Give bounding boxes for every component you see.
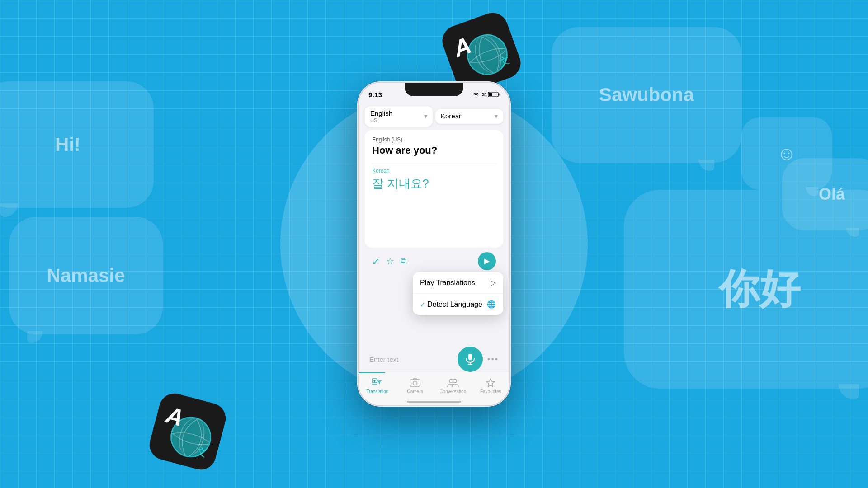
- tab-active-indicator: [359, 372, 385, 373]
- svg-rect-5: [468, 354, 472, 360]
- context-menu-item-detect-language[interactable]: ✓ Detect Language 🌐: [413, 294, 503, 315]
- target-language-info: Korean: [441, 113, 462, 120]
- detect-language-icon: 🌐: [487, 300, 496, 309]
- svg-point-13: [449, 379, 453, 383]
- conversation-tab-icon: [447, 378, 459, 388]
- conversation-tab-label: Conversation: [439, 389, 466, 394]
- bubble-hi-text: Hi!: [55, 134, 80, 155]
- bubble-ola-text: Olá: [819, 185, 845, 204]
- tab-translation[interactable]: Translation: [359, 378, 396, 394]
- translation-tab-label: Translation: [366, 389, 388, 394]
- bubble-sawubona: Sawubona: [552, 27, 741, 163]
- target-language-name: Korean: [441, 113, 462, 120]
- favourites-tab-label: Favourites: [480, 389, 501, 394]
- app-icon-a-letter: A: [450, 31, 475, 62]
- wifi-icon: [472, 92, 480, 97]
- favourites-tab-icon: [485, 378, 496, 388]
- bubble-namasie-text: Namasie: [47, 265, 125, 286]
- svg-point-14: [453, 379, 457, 383]
- camera-tab-icon: [410, 378, 420, 388]
- battery-level: 31: [482, 92, 487, 97]
- input-area: Enter text •••: [359, 347, 509, 372]
- phone-notch: [405, 83, 463, 96]
- source-language-button[interactable]: English US ▾: [365, 106, 433, 127]
- app-icon-inner-top: A 文: [447, 17, 516, 87]
- play-icon: ▶: [484, 257, 490, 265]
- bubble-namasie: Namasie: [9, 217, 163, 334]
- svg-point-12: [413, 381, 417, 385]
- target-translation-text: 잘 지내요?: [372, 176, 496, 192]
- favorite-icon[interactable]: ☆: [386, 256, 394, 267]
- app-icon-inner-bottom: A 文: [155, 399, 221, 465]
- source-language-label: English (US): [372, 136, 496, 143]
- svg-rect-4: [489, 93, 492, 96]
- context-menu-item-play-translations[interactable]: Play Translations ▷: [413, 272, 503, 294]
- source-language-info: English US: [370, 110, 392, 123]
- translation-content-area: English (US) How are you? Korean 잘 지내요?: [365, 130, 503, 248]
- play-translations-label: Play Translations: [420, 279, 491, 287]
- bubble-hi: Hi!: [0, 81, 154, 208]
- bubble-ola: Olá: [782, 158, 868, 230]
- source-language-chevron: ▾: [424, 113, 427, 120]
- more-options-button[interactable]: •••: [487, 355, 499, 364]
- source-language-sub: US: [370, 117, 392, 123]
- toolbar-left-icons: ⤢ ☆ ⧉: [372, 256, 478, 267]
- tab-conversation[interactable]: Conversation: [434, 378, 472, 394]
- tab-bar: Translation Camera: [359, 372, 509, 405]
- target-language-label: Korean: [372, 168, 496, 174]
- translation-tab-icon: [372, 378, 383, 388]
- copy-icon[interactable]: ⧉: [401, 256, 406, 266]
- target-language-chevron: ▾: [495, 113, 498, 120]
- battery-icon: [488, 92, 500, 97]
- tab-favourites[interactable]: Favourites: [472, 378, 510, 394]
- expand-icon[interactable]: ⤢: [372, 256, 380, 267]
- detect-language-check: ✓: [420, 301, 425, 308]
- tab-camera[interactable]: Camera: [396, 378, 434, 394]
- source-translation-text: How are you?: [372, 145, 496, 156]
- translation-divider: [372, 163, 496, 163]
- text-input-placeholder[interactable]: Enter text: [369, 356, 453, 363]
- target-language-button[interactable]: Korean ▾: [435, 109, 503, 124]
- language-selector-bar: English US ▾ Korean ▾: [365, 106, 503, 127]
- translation-toolbar: ⤢ ☆ ⧉ ▶: [365, 248, 503, 275]
- status-time: 9:13: [368, 91, 382, 99]
- battery-indicator: 31: [482, 92, 500, 97]
- home-indicator: [407, 401, 461, 403]
- camera-tab-label: Camera: [407, 389, 423, 394]
- bubble-nihao-text: 你好: [719, 262, 800, 317]
- phone-wrapper: 9:13 31: [357, 81, 511, 407]
- microphone-button[interactable]: [458, 347, 483, 372]
- mic-icon: [465, 353, 475, 365]
- detect-language-label: Detect Language: [427, 300, 487, 309]
- play-button[interactable]: ▶: [478, 252, 496, 270]
- phone-screen: 9:13 31: [359, 83, 509, 405]
- bubble-sawubona-text: Sawubona: [599, 84, 694, 106]
- source-language-name: English: [370, 110, 392, 117]
- context-menu: Play Translations ▷ ✓ Detect Language 🌐: [413, 272, 503, 315]
- svg-rect-3: [498, 94, 500, 96]
- status-icons: 31: [472, 92, 500, 97]
- play-translations-icon: ▷: [491, 278, 496, 287]
- phone-frame: 9:13 31: [357, 81, 511, 407]
